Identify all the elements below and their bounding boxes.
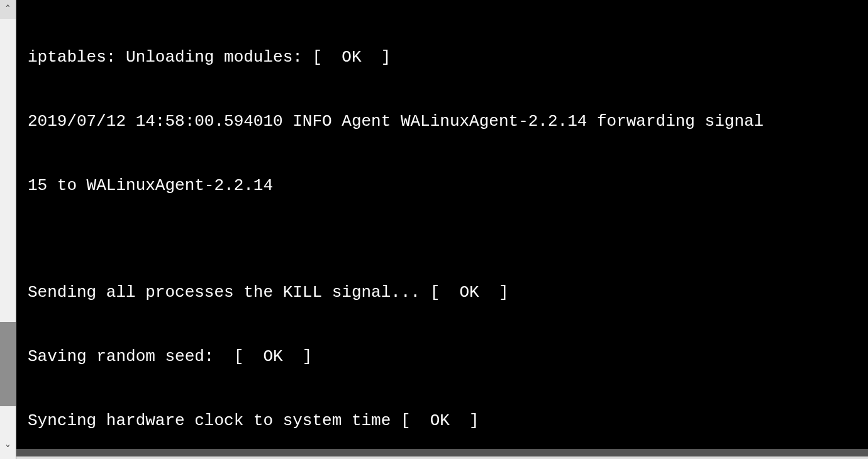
bottom-strip xyxy=(16,449,868,459)
console-line: 2019/07/12 14:58:00.594010 INFO Agent WA… xyxy=(28,111,868,132)
chevron-down-icon: ˇ xyxy=(4,443,11,456)
vertical-scrollbar[interactable]: ˆ ˇ xyxy=(0,0,16,459)
scroll-up-button[interactable]: ˆ xyxy=(0,0,16,19)
console-line: 15 to WALinuxAgent-2.2.14 xyxy=(28,175,868,196)
console-line: Syncing hardware clock to system time [ … xyxy=(28,410,868,431)
terminal-viewport[interactable]: iptables: Unloading modules: [ OK ] 2019… xyxy=(16,0,868,449)
scroll-down-button[interactable]: ˇ xyxy=(0,440,16,459)
chevron-up-icon: ˆ xyxy=(4,3,11,16)
scrollbar-track[interactable] xyxy=(0,19,16,440)
scrollbar-thumb[interactable] xyxy=(0,322,16,406)
console-line: iptables: Unloading modules: [ OK ] xyxy=(28,47,868,68)
console-line: Sending all processes the KILL signal...… xyxy=(28,282,868,303)
console-line: Saving random seed: [ OK ] xyxy=(28,346,868,367)
